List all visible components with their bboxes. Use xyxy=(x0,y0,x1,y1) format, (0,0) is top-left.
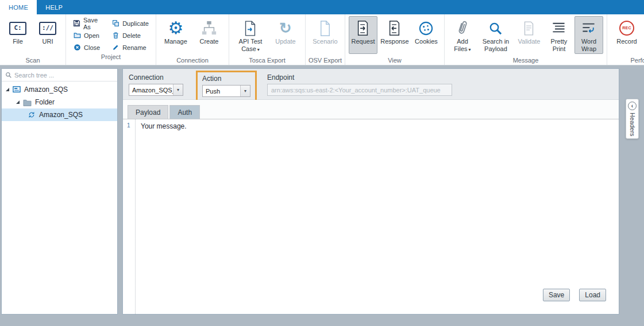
search-icon xyxy=(488,18,503,38)
tree-node-root-label: Amazon_SQS xyxy=(24,86,68,94)
scenario-button[interactable]: Scenario xyxy=(309,16,341,54)
create-connection-button[interactable]: Create xyxy=(193,16,225,54)
ribbon-group-view: Request Response Cookies View xyxy=(345,14,445,65)
validate-button[interactable]: Validate xyxy=(515,16,543,54)
close-label: Close xyxy=(84,44,100,51)
rename-button[interactable]: Rename xyxy=(109,42,151,53)
file-scan-label: File xyxy=(13,38,23,45)
tree-search-bar xyxy=(2,69,117,82)
action-highlight-box: Action Push ▾ xyxy=(196,71,257,103)
pretty-print-label: Pretty Print xyxy=(546,38,572,52)
headers-side-tab[interactable]: ‹ Headers xyxy=(626,99,639,139)
validate-document-icon xyxy=(523,18,535,38)
group-label-osv-export: OSV Export xyxy=(306,56,345,65)
group-label-tosca-export: Tosca Export xyxy=(229,56,305,65)
project-tree: Amazon_SQS Folder Amazon_SQS xyxy=(2,82,117,121)
cookies-view-button[interactable]: Cookies xyxy=(412,16,441,54)
tree-sidebar: Amazon_SQS Folder Amazon_SQS xyxy=(1,68,118,315)
open-folder-icon xyxy=(73,32,81,40)
tab-payload[interactable]: Payload xyxy=(128,105,168,119)
open-label: Open xyxy=(84,32,99,39)
cookies-label: Cookies xyxy=(415,38,438,45)
record-button[interactable]: REC Record xyxy=(611,16,643,54)
cookies-icon xyxy=(418,18,434,38)
action-select[interactable]: Push ▾ xyxy=(202,85,250,97)
open-button[interactable]: Open xyxy=(71,30,102,41)
request-view-button[interactable]: Request xyxy=(349,16,377,54)
manage-connection-button[interactable]: ⚙ Manage xyxy=(160,16,192,54)
connection-select[interactable]: Amazon_SQS_cc ▾ xyxy=(129,84,183,96)
file-scan-icon: C: xyxy=(9,18,26,38)
payload-tabs: Payload Auth xyxy=(123,100,619,119)
request-document-icon xyxy=(357,18,369,38)
record-label: Record xyxy=(616,38,637,45)
connection-label: Connection xyxy=(129,73,183,82)
endpoint-input[interactable] xyxy=(267,84,452,96)
tab-auth[interactable]: Auth xyxy=(169,105,200,119)
expander-icon[interactable] xyxy=(6,88,9,91)
line-number: 1 xyxy=(127,122,130,129)
expander-icon[interactable] xyxy=(16,100,20,104)
tab-help[interactable]: HELP xyxy=(37,0,71,14)
load-button[interactable]: Load xyxy=(579,289,606,301)
duplicate-button[interactable]: Duplicate xyxy=(109,18,151,29)
line-number-gutter: 1 xyxy=(123,119,136,314)
chevron-down-icon[interactable]: ▾ xyxy=(173,84,183,95)
uri-scan-button[interactable]: :// URI xyxy=(33,16,62,54)
tree-search-input[interactable] xyxy=(14,72,114,79)
search-in-payload-button[interactable]: Search in Payload xyxy=(478,16,514,54)
dropdown-caret-icon: ▾ xyxy=(257,47,260,52)
save-button[interactable]: Save xyxy=(543,289,570,301)
tree-node-leaf[interactable]: Amazon_SQS xyxy=(2,108,117,121)
scenario-document-icon xyxy=(319,18,331,38)
uri-scan-icon: :// xyxy=(39,18,56,38)
close-icon xyxy=(73,44,81,52)
update-button[interactable]: ↻ Update xyxy=(269,16,302,54)
group-label-perform: Perform xyxy=(607,56,644,65)
add-files-label: Add Files xyxy=(454,38,468,52)
add-files-button[interactable]: Add Files▾ xyxy=(448,16,477,54)
floppy-icon xyxy=(73,20,80,28)
rename-label: Rename xyxy=(122,44,146,51)
ribbon-group-connection: ⚙ Manage Create Connection xyxy=(156,14,229,65)
duplicate-label: Duplicate xyxy=(122,20,149,27)
close-button[interactable]: Close xyxy=(71,42,102,53)
payload-text[interactable]: Your message. xyxy=(136,119,619,314)
word-wrap-button[interactable]: Word Wrap xyxy=(574,16,603,54)
tree-node-leaf-label: Amazon_SQS xyxy=(39,111,83,119)
connection-field: Connection Amazon_SQS_cc ▾ xyxy=(129,73,183,96)
response-view-button[interactable]: Response xyxy=(379,16,411,54)
chevron-left-icon[interactable]: ‹ xyxy=(628,102,637,110)
ribbon: C: File :// URI Scan Save As xyxy=(0,14,644,65)
tree-node-folder-label: Folder xyxy=(35,98,55,106)
dropdown-caret-icon: ▾ xyxy=(469,47,471,52)
request-label: Request xyxy=(351,38,375,45)
save-as-button[interactable]: Save As xyxy=(71,18,102,29)
word-wrap-label: Word Wrap xyxy=(576,38,601,52)
api-test-case-button[interactable]: API Test Case▾ xyxy=(233,16,268,54)
tree-node-folder[interactable]: Folder xyxy=(2,96,117,108)
delete-label: Delete xyxy=(122,32,141,39)
tab-home[interactable]: HOME xyxy=(0,0,37,14)
create-label: Create xyxy=(199,38,218,45)
word-wrap-icon xyxy=(581,18,596,38)
duplicate-icon xyxy=(111,20,119,28)
ribbon-group-project: Save As Open Close xyxy=(66,14,156,65)
group-label-project: Project xyxy=(66,53,156,61)
payload-editor[interactable]: 1 Your message. Save Load xyxy=(123,119,619,314)
action-label: Action xyxy=(202,75,250,83)
tree-node-root[interactable]: Amazon_SQS xyxy=(2,83,117,96)
delete-icon xyxy=(111,32,119,40)
pretty-print-icon xyxy=(552,18,566,38)
pretty-print-button[interactable]: Pretty Print xyxy=(545,16,573,54)
manage-label: Manage xyxy=(164,38,187,45)
ribbon-group-scan: C: File :// URI Scan xyxy=(0,14,66,65)
ribbon-group-perform: REC Record Run Perform xyxy=(607,14,644,65)
file-scan-button[interactable]: C: File xyxy=(3,16,32,54)
update-refresh-icon: ↻ xyxy=(279,18,292,38)
update-label: Update xyxy=(275,38,295,45)
chevron-down-icon[interactable]: ▾ xyxy=(240,86,250,96)
record-icon: REC xyxy=(619,18,634,38)
delete-button[interactable]: Delete xyxy=(109,30,151,41)
service-icon xyxy=(13,86,21,94)
